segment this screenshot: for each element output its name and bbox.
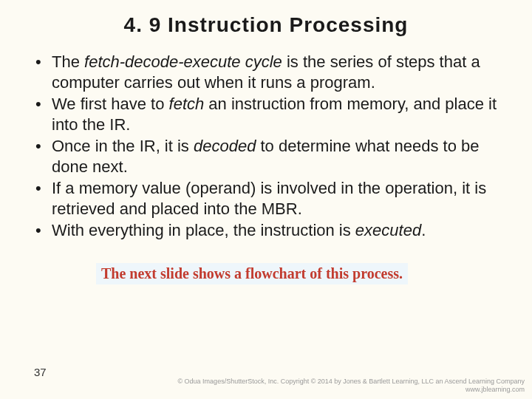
copyright: © Odua Images/ShutterStock, Inc. Copyrig… [177, 378, 525, 393]
slide-title: 4. 9 Instruction Processing [0, 0, 532, 37]
bullet-text-pre: We first have to [52, 95, 169, 113]
bullet-text-post: . [421, 221, 426, 239]
bullet-text-em: decoded [194, 137, 256, 155]
slide: 4. 9 Instruction Processing The fetch-de… [0, 0, 532, 399]
list-item: If a memory value (operand) is involved … [30, 178, 502, 219]
bullet-text-em: executed [355, 221, 421, 239]
list-item: We first have to fetch an instruction fr… [30, 94, 502, 134]
bullet-text-pre: If a memory value (operand) is involved … [52, 179, 486, 218]
bullet-text-pre: The [52, 52, 84, 71]
bullet-list: The fetch-decode-execute cycle is the se… [30, 52, 502, 241]
bullet-text-pre: With everything in place, the instructio… [52, 221, 355, 239]
list-item: Once in the IR, it is decoded to determi… [30, 136, 502, 177]
list-item: The fetch-decode-execute cycle is the se… [30, 52, 502, 92]
note-box: The next slide shows a flowchart of this… [96, 263, 408, 284]
copyright-line2: www.jblearning.com [177, 386, 525, 393]
slide-body: The fetch-decode-execute cycle is the se… [0, 37, 532, 284]
bullet-text-em: fetch-decode-execute cycle [84, 52, 282, 71]
copyright-line1: © Odua Images/ShutterStock, Inc. Copyrig… [177, 378, 525, 385]
bullet-text-pre: Once in the IR, it is [52, 137, 194, 155]
list-item: With everything in place, the instructio… [30, 220, 502, 241]
page-number: 37 [34, 366, 47, 378]
bullet-text-em: fetch [169, 95, 205, 113]
